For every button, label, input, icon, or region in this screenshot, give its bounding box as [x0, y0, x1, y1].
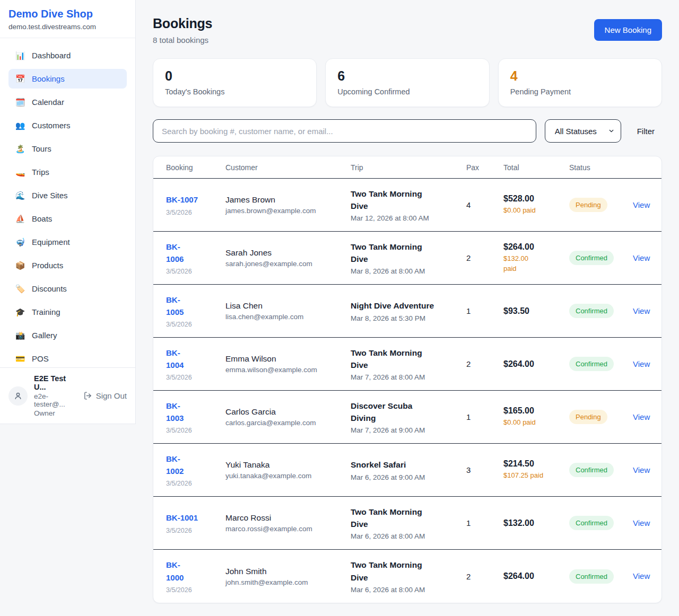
booking-cell: BK-10073/5/2026 — [166, 193, 225, 216]
sidebar-item-boats[interactable]: ⛵Boats — [8, 209, 127, 228]
paid-amount: $107.25 paid — [503, 471, 569, 480]
actions-cell: View — [633, 518, 650, 528]
trip-name: Two Tank Morning Dive — [351, 241, 434, 266]
sidebar-item-training[interactable]: 🎓Training — [8, 302, 127, 322]
diving-mask-icon: 🤿 — [15, 237, 25, 247]
status-cell: Pending — [569, 198, 633, 212]
actions-cell: View — [633, 200, 650, 210]
sidebar-item-gallery[interactable]: 📸Gallery — [8, 325, 127, 345]
table-header-row: BookingCustomerTripPaxTotalStatus — [153, 156, 661, 179]
status-filter-select[interactable]: All Statuses — [545, 119, 621, 143]
sidebar-item-label: Dive Sites — [32, 191, 68, 200]
trip-datetime: Mar 12, 2026 at 8:00 AM — [351, 214, 466, 222]
view-link[interactable]: View — [633, 571, 650, 580]
actions-cell: View — [633, 465, 650, 475]
booking-link[interactable]: BK-1005 — [166, 294, 189, 319]
paid-amount: $0.00 paid — [503, 206, 569, 215]
paid-amount: $0.00 paid — [503, 418, 569, 427]
trip-datetime: Mar 7, 2026 at 8:00 AM — [351, 373, 466, 381]
stats-row: 0Today's Bookings6Upcoming Confirmed4Pen… — [153, 58, 662, 107]
actions-cell: View — [633, 306, 650, 316]
trip-cell: Two Tank Morning DiveMar 6, 2026 at 8:00… — [351, 559, 466, 594]
booking-link[interactable]: BK-1007 — [166, 195, 198, 204]
status-cell: Pending — [569, 410, 633, 424]
view-link[interactable]: View — [633, 200, 650, 209]
booking-link[interactable]: BK-1001 — [166, 513, 198, 522]
booking-link[interactable]: BK-1002 — [166, 453, 189, 478]
sign-out-button[interactable]: Sign Out — [83, 391, 127, 400]
view-link[interactable]: View — [633, 359, 650, 368]
sidebar-item-dive-sites[interactable]: 🌊Dive Sites — [8, 186, 127, 205]
pax-value: 2 — [466, 253, 503, 262]
table-body: BK-10073/5/2026James Brownjames.brown@ex… — [153, 179, 661, 603]
total-amount: $264.00 — [503, 571, 569, 581]
sidebar-item-tours[interactable]: 🏝️Tours — [8, 139, 127, 159]
total-cell: $528.00$0.00 paid — [503, 194, 569, 215]
status-cell: Confirmed — [569, 304, 633, 318]
status-badge: Pending — [569, 410, 607, 424]
brand: Demo Dive Shop demo.test.divestreams.com — [0, 0, 135, 38]
view-link[interactable]: View — [633, 306, 650, 315]
booking-link[interactable]: BK-1006 — [166, 241, 189, 266]
booking-date: 3/5/2026 — [166, 321, 225, 328]
booking-link[interactable]: BK-1004 — [166, 347, 189, 372]
bar-chart-icon: 📊 — [15, 51, 25, 60]
table-row: BK-10023/5/2026Yuki Tanakayuki.tanaka@ex… — [153, 444, 661, 497]
view-link[interactable]: View — [633, 253, 650, 262]
filter-row: All Statuses Filter — [153, 119, 662, 143]
customer-name: Emma Wilson — [225, 354, 351, 364]
view-link[interactable]: View — [633, 518, 650, 527]
status-badge: Confirmed — [569, 304, 614, 318]
sidebar: Demo Dive Shop demo.test.divestreams.com… — [0, 0, 136, 424]
sidebar-item-label: Dashboard — [32, 51, 71, 60]
sidebar-item-calendar[interactable]: 🗓️Calendar — [8, 92, 127, 112]
customer-cell: Sarah Jonessarah.jones@example.com — [225, 248, 351, 268]
view-link[interactable]: View — [633, 465, 650, 474]
booking-date: 3/5/2026 — [166, 268, 225, 275]
sidebar-item-pos[interactable]: 💳POS — [8, 349, 127, 368]
new-booking-button[interactable]: New Booking — [594, 19, 662, 41]
tear-off-calendar-icon: 🗓️ — [15, 98, 25, 107]
stat-value: 4 — [510, 68, 650, 84]
sign-out-label: Sign Out — [96, 391, 127, 400]
sidebar-item-label: Calendar — [32, 98, 64, 107]
trip-name: Two Tank Morning Dive — [351, 506, 434, 531]
sidebar-item-dashboard[interactable]: 📊Dashboard — [8, 46, 127, 65]
booking-cell: BK-10013/5/2026 — [166, 512, 225, 534]
stat-value: 0 — [165, 68, 304, 84]
sidebar-item-products[interactable]: 📦Products — [8, 256, 127, 275]
total-amount: $165.00 — [503, 406, 569, 416]
view-link[interactable]: View — [633, 412, 650, 421]
booking-date: 3/5/2026 — [166, 527, 225, 534]
actions-cell: View — [633, 253, 650, 263]
user-role: Owner — [34, 409, 77, 417]
sidebar-item-label: Trips — [32, 168, 49, 177]
search-input[interactable] — [153, 119, 536, 143]
column-header-customer: Customer — [225, 163, 351, 172]
sidebar-item-trips[interactable]: 🚤Trips — [8, 162, 127, 182]
sidebar-item-label: Customers — [32, 121, 71, 130]
user-info: E2E Test U... e2e-tester@... Owner — [34, 374, 77, 417]
sidebar-item-label: Training — [32, 307, 60, 316]
trip-cell: Two Tank Morning DiveMar 7, 2026 at 8:00… — [351, 347, 466, 382]
sidebar-item-equipment[interactable]: 🤿Equipment — [8, 232, 127, 252]
column-header-booking: Booking — [166, 163, 225, 172]
total-cell: $264.00$132.00 paid — [503, 242, 569, 273]
trip-name: Two Tank Morning Dive — [351, 347, 434, 372]
customer-email: lisa.chen@example.com — [225, 313, 351, 321]
column-header-status: Status — [569, 163, 633, 172]
booking-link[interactable]: BK-1000 — [166, 559, 189, 584]
booking-link[interactable]: BK-1003 — [166, 400, 189, 425]
filter-button[interactable]: Filter — [630, 127, 662, 136]
avatar — [8, 386, 28, 406]
sidebar-item-bookings[interactable]: 📅Bookings — [8, 69, 127, 89]
page-header-text: Bookings 8 total bookings — [153, 16, 212, 45]
table-row: BK-10063/5/2026Sarah Jonessarah.jones@ex… — [153, 232, 661, 285]
package-icon: 📦 — [15, 261, 25, 270]
trip-datetime: Mar 8, 2026 at 8:00 AM — [351, 267, 466, 275]
sidebar-item-customers[interactable]: 👥Customers — [8, 116, 127, 135]
trip-name: Night Dive Adventure — [351, 300, 466, 312]
total-cell: $93.50 — [503, 306, 569, 316]
booking-date: 3/5/2026 — [166, 480, 225, 487]
sidebar-item-discounts[interactable]: 🏷️Discounts — [8, 279, 127, 298]
